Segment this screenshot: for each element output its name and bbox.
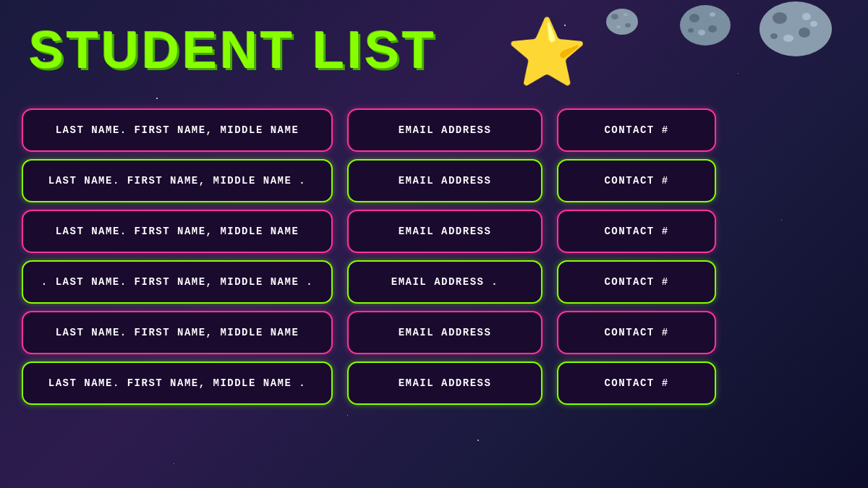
page-title: STUDENT LIST xyxy=(29,20,437,80)
svg-point-3 xyxy=(616,25,621,28)
table-row: LAST NAME. FIRST NAME, MIDDLE NAME EMAIL… xyxy=(22,311,846,354)
svg-point-12 xyxy=(773,12,787,24)
contact-field[interactable]: CONTACT # xyxy=(557,210,716,253)
email-field[interactable]: EMAIL ADDRESS . xyxy=(347,260,542,304)
email-field[interactable]: EMAIL ADDRESS xyxy=(347,210,542,253)
student-table: LAST NAME. FIRST NAME, MIDDLE NAME EMAIL… xyxy=(22,108,846,474)
name-field[interactable]: LAST NAME. FIRST NAME, MIDDLE NAME . xyxy=(22,361,333,405)
email-field[interactable]: EMAIL ADDRESS xyxy=(347,159,542,202)
contact-field[interactable]: CONTACT # xyxy=(557,311,716,354)
asteroid-small-icon xyxy=(600,4,644,40)
name-field[interactable]: LAST NAME. FIRST NAME, MIDDLE NAME xyxy=(22,210,333,253)
table-row: LAST NAME. FIRST NAME, MIDDLE NAME . EMA… xyxy=(22,159,846,202)
svg-point-1 xyxy=(611,14,618,20)
svg-point-4 xyxy=(624,13,628,16)
contact-field[interactable]: CONTACT # xyxy=(557,108,716,152)
svg-point-16 xyxy=(770,33,778,39)
table-row: . LAST NAME. FIRST NAME, MIDDLE NAME . E… xyxy=(22,260,846,304)
svg-point-10 xyxy=(688,28,694,33)
table-row: LAST NAME. FIRST NAME, MIDDLE NAME EMAIL… xyxy=(22,210,846,253)
name-field[interactable]: . LAST NAME. FIRST NAME, MIDDLE NAME . xyxy=(22,260,333,304)
svg-point-15 xyxy=(802,13,811,20)
svg-point-14 xyxy=(783,35,793,42)
svg-point-5 xyxy=(680,5,731,46)
svg-point-13 xyxy=(799,27,810,38)
asteroid-large-icon xyxy=(752,0,839,61)
svg-point-9 xyxy=(710,12,715,17)
svg-point-6 xyxy=(689,14,699,22)
svg-point-7 xyxy=(708,25,717,33)
contact-field[interactable]: CONTACT # xyxy=(557,159,716,202)
name-field[interactable]: LAST NAME. FIRST NAME, MIDDLE NAME . xyxy=(22,159,333,202)
contact-field[interactable]: CONTACT # xyxy=(557,260,716,304)
svg-point-0 xyxy=(606,9,638,35)
asteroid-medium-icon xyxy=(673,0,738,51)
contact-field[interactable]: CONTACT # xyxy=(557,361,716,405)
table-row: LAST NAME. FIRST NAME, MIDDLE NAME . EMA… xyxy=(22,361,846,405)
name-field[interactable]: LAST NAME. FIRST NAME, MIDDLE NAME xyxy=(22,108,333,152)
svg-point-2 xyxy=(625,23,631,27)
email-field[interactable]: EMAIL ADDRESS xyxy=(347,361,542,405)
page: STUDENT LIST ⭐ xyxy=(0,0,868,488)
svg-point-11 xyxy=(760,1,832,56)
svg-point-17 xyxy=(810,21,817,27)
star-decoration: ⭐ xyxy=(506,14,587,94)
email-field[interactable]: EMAIL ADDRESS xyxy=(347,311,542,354)
table-row: LAST NAME. FIRST NAME, MIDDLE NAME EMAIL… xyxy=(22,108,846,152)
name-field[interactable]: LAST NAME. FIRST NAME, MIDDLE NAME xyxy=(22,311,333,354)
email-field[interactable]: EMAIL ADDRESS xyxy=(347,108,542,152)
svg-point-8 xyxy=(698,30,705,35)
